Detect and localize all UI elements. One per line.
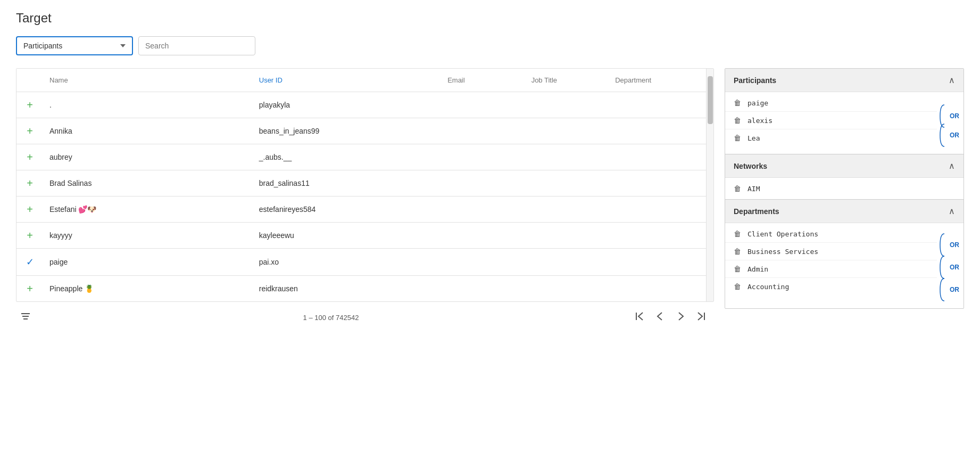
row-department [609,223,713,249]
pagination-controls [631,308,710,326]
row-name: Pineapple 🍍 [43,276,253,302]
add-icon[interactable]: + [27,151,33,163]
main-content: Name User ID Email Job Title [16,68,964,326]
row-email [441,170,525,196]
row-userid: beans_in_jeans99 [253,118,441,144]
row-name: kayyyy [43,223,253,249]
departments-items-with-or: 🗑 Client Operations 🗑 Business Services … [725,225,964,306]
add-icon[interactable]: + [27,230,33,241]
row-action[interactable]: + [16,276,43,302]
or-label: OR [950,132,959,139]
pagination-row: 1 – 100 of 742542 [16,302,714,326]
dept-name: Accounting [748,283,789,291]
row-email [441,92,525,118]
delete-icon[interactable]: 🗑 [734,265,741,273]
page-title: Target [16,11,964,26]
departments-section: Departments ∧ 🗑 Client Operations [725,199,964,308]
table-body: + . playakyla + Annika b [16,92,713,302]
row-department [609,196,713,223]
add-icon[interactable]: + [27,177,33,189]
row-userid: brad_salinas11 [253,170,441,196]
departments-items: 🗑 Client Operations 🗑 Business Services … [725,225,937,295]
participants-items-with-or: 🗑 paige 🗑 alexis 🗑 Lea [725,94,964,152]
networks-collapse-icon[interactable]: ∧ [949,161,955,171]
row-name: Annika [43,118,253,144]
first-page-button[interactable] [631,308,649,326]
or-label: OR [950,286,959,293]
row-email [441,118,525,144]
row-department [609,118,713,144]
table-row: + . playakyla [16,92,713,118]
participant-name: alexis [748,117,773,125]
controls-row: Participants Networks Departments [16,36,964,55]
dept-name: Client Operations [748,230,818,238]
add-icon[interactable]: + [27,283,33,294]
row-email [441,223,525,249]
delete-icon[interactable]: 🗑 [734,134,741,142]
check-icon[interactable]: ✓ [26,257,34,267]
participants-table: Name User ID Email Job Title [16,69,713,301]
networks-section: Networks ∧ 🗑 AIM [725,154,964,199]
departments-section-title: Departments [734,207,779,216]
row-action[interactable]: + [16,92,43,118]
category-dropdown[interactable]: Participants Networks Departments [16,36,133,55]
row-name: paige [43,249,253,276]
row-action[interactable]: + [16,118,43,144]
row-userid: kayleeewu [253,223,441,249]
departments-collapse-icon[interactable]: ∧ [949,206,955,216]
row-action[interactable]: ✓ [16,249,43,276]
scrollbar-track[interactable] [706,69,713,301]
delete-icon[interactable]: 🗑 [734,247,741,256]
table-section: Name User ID Email Job Title [16,68,714,326]
row-name: Estefani 💕🐶 [43,196,253,223]
departments-or-labels: OR OR [937,225,964,306]
delete-icon[interactable]: 🗑 [734,99,741,107]
search-input[interactable] [138,36,255,55]
next-page-button[interactable] [671,308,690,326]
delete-icon[interactable]: 🗑 [734,282,741,291]
row-email [441,249,525,276]
row-userid: _.aubs.__ [253,144,441,170]
departments-body: 🗑 Client Operations 🗑 Business Services … [725,223,964,308]
row-action[interactable]: + [16,170,43,196]
col-jobtitle: Job Title [525,69,609,92]
row-department [609,92,713,118]
row-userid: estefanireyes584 [253,196,441,223]
networks-header: Networks ∧ [725,154,964,178]
row-jobtitle [525,170,609,196]
delete-icon[interactable]: 🗑 [734,230,741,238]
table-row: + kayyyy kayleeewu [16,223,713,249]
dept-name: Business Services [748,248,818,256]
add-icon[interactable]: + [27,99,33,111]
row-name: aubrey [43,144,253,170]
participants-items: 🗑 paige 🗑 alexis 🗑 Lea [725,94,937,146]
dept-item-admin: 🗑 Admin [725,260,937,278]
table-header: Name User ID Email Job Title [16,69,713,92]
row-jobtitle [525,118,609,144]
networks-section-title: Networks [734,162,767,170]
table-row: + Pineapple 🍍 reidkrausen [16,276,713,302]
delete-icon[interactable]: 🗑 [734,116,741,125]
table-row: + Annika beans_in_jeans99 [16,118,713,144]
col-department: Department [609,69,713,92]
table-scroll-wrapper: Name User ID Email Job Title [16,69,713,301]
table-row: + Estefani 💕🐶 estefanireyes584 [16,196,713,223]
row-action[interactable]: + [16,223,43,249]
network-name: AIM [748,185,760,193]
page-container: Target Participants Networks Departments [0,0,980,337]
scrollbar-thumb[interactable] [708,76,713,124]
participants-collapse-icon[interactable]: ∧ [949,75,955,85]
delete-icon[interactable]: 🗑 [734,184,741,193]
filter-icon[interactable] [20,312,31,323]
row-action[interactable]: + [16,196,43,223]
row-action[interactable]: + [16,144,43,170]
pagination-info: 1 – 100 of 742542 [303,314,359,322]
row-department [609,276,713,302]
add-icon[interactable]: + [27,203,33,215]
right-panel-wrapper: Participants ∧ 🗑 paige 🗑 [725,68,964,326]
participant-name: Lea [748,134,760,142]
last-page-button[interactable] [692,308,710,326]
or-label: OR [950,264,959,271]
add-icon[interactable]: + [27,125,33,137]
prev-page-button[interactable] [651,308,669,326]
